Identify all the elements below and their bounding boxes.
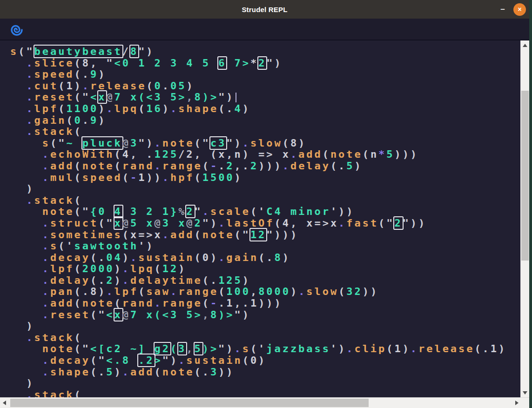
code-token[interactable]: .	[26, 57, 34, 69]
code-token[interactable]: (	[74, 194, 82, 206]
active-token[interactable]: 2	[186, 206, 194, 217]
code-token[interactable]: .	[82, 80, 90, 92]
code-token[interactable]	[10, 126, 26, 137]
scroll-down-button[interactable]	[521, 389, 529, 396]
code-token[interactable]: )	[10, 377, 34, 389]
code-token[interactable]: ))	[218, 366, 234, 378]
code-token[interactable]: -	[210, 297, 218, 309]
code-token[interactable]: ")	[226, 137, 242, 149]
scroll-left-button[interactable]	[0, 398, 8, 408]
code-token[interactable]: , .	[130, 148, 155, 160]
code-line[interactable]: .stack(	[10, 389, 520, 397]
code-token[interactable]: .	[82, 114, 90, 126]
code-token[interactable]: 8000	[258, 286, 290, 297]
code-token[interactable]: 8	[82, 57, 90, 69]
code-token[interactable]: .	[170, 286, 178, 297]
code-token[interactable]: <0 1 2 3 4 5	[114, 57, 219, 69]
code-token[interactable]: )	[186, 80, 194, 92]
code-token[interactable]: slice	[34, 57, 74, 69]
active-token[interactable]: x	[114, 217, 122, 229]
code-token[interactable]: .	[162, 172, 170, 183]
code-token[interactable]: (	[195, 229, 202, 241]
code-token[interactable]: )	[298, 137, 306, 149]
code-token[interactable]: )	[403, 343, 411, 354]
code-token[interactable]: ")	[218, 91, 234, 103]
code-token[interactable]: stack	[34, 126, 74, 137]
code-token[interactable]: (	[386, 343, 394, 354]
code-token[interactable]: note	[42, 343, 74, 354]
code-token[interactable]: ")	[235, 309, 250, 321]
code-token[interactable]: )	[498, 343, 506, 354]
horizontal-scrollbar[interactable]	[0, 397, 521, 408]
code-token[interactable]: -	[130, 172, 138, 183]
code-line[interactable]: .add(note(rand.range(-.1,.1)))	[10, 298, 520, 309]
code-token[interactable]: 4	[283, 217, 290, 229]
code-token[interactable]: .	[42, 217, 50, 229]
code-token[interactable]: 16	[146, 103, 162, 114]
code-token[interactable]: <.8	[106, 354, 138, 366]
code-token[interactable]: .	[298, 286, 306, 297]
code-token[interactable]: 1500	[202, 172, 235, 183]
code-token[interactable]: 1	[394, 343, 402, 354]
code-token[interactable]: note	[162, 366, 195, 378]
code-token[interactable]: 7>	[226, 57, 250, 69]
code-token[interactable]: .	[122, 263, 130, 274]
code-token[interactable]: (	[338, 286, 346, 297]
code-token[interactable]: .	[338, 217, 346, 229]
code-token[interactable]: lpf	[50, 263, 74, 274]
code-line[interactable]: .delay(.2).delaytime(.125)	[10, 275, 520, 287]
code-token[interactable]	[10, 217, 42, 229]
code-token[interactable]: (.	[74, 286, 90, 297]
code-token[interactable]: 32	[346, 286, 362, 297]
code-token[interactable]: note	[82, 160, 114, 172]
code-line[interactable]: .pan(.8).lpf(saw.range(100,8000).slow(32…	[10, 286, 520, 298]
code-token[interactable]: <	[90, 91, 98, 103]
code-token[interactable]: 1	[491, 343, 498, 354]
code-token[interactable]: add	[298, 148, 323, 160]
code-token[interactable]	[10, 194, 26, 206]
code-token[interactable]: (	[155, 366, 162, 378]
active-token[interactable]: 4	[114, 206, 122, 217]
code-token[interactable]: .	[155, 137, 162, 149]
code-line[interactable]: .speed(.9)	[10, 69, 520, 80]
code-token[interactable]: ,	[186, 91, 194, 103]
code-token[interactable]: 5 x	[130, 217, 155, 229]
code-token[interactable]: ")	[266, 57, 282, 69]
code-token[interactable]: shape	[178, 103, 218, 114]
code-token[interactable]: )	[114, 366, 122, 378]
code-token[interactable]: )))	[258, 160, 283, 172]
code-token[interactable]: 05	[170, 80, 186, 92]
code-token[interactable]: note	[202, 229, 235, 241]
code-line[interactable]: .decay("<.8 .2>").sustain(0)	[10, 355, 520, 367]
code-token[interactable]: stack	[34, 389, 74, 397]
code-token[interactable]	[10, 80, 26, 92]
code-token[interactable]: range	[178, 286, 218, 297]
code-token[interactable]: (	[58, 103, 66, 114]
code-token[interactable]: (	[74, 332, 82, 343]
code-token[interactable]: {0	[90, 206, 114, 217]
code-token[interactable]: jazzbass	[266, 343, 330, 354]
code-token[interactable]: speed	[34, 68, 74, 80]
code-token[interactable]: )	[178, 263, 186, 274]
code-line[interactable]: .stack(	[10, 195, 520, 207]
code-token[interactable]: slow	[250, 137, 283, 149]
code-token[interactable]: note	[162, 137, 195, 149]
active-token[interactable]: 2	[394, 217, 402, 229]
code-line[interactable]: )	[10, 321, 520, 332]
vertical-scrollbar-thumb[interactable]	[521, 91, 529, 261]
code-token[interactable]: note	[42, 206, 74, 217]
code-line[interactable]: .reset("<x@7 x(<3 5>,8)>")	[10, 92, 520, 103]
code-token[interactable]: pan	[50, 286, 74, 297]
code-token[interactable]	[10, 91, 26, 103]
code-token[interactable]: (	[74, 297, 82, 309]
code-token[interactable]: (	[138, 286, 146, 297]
code-token[interactable]: (	[114, 160, 122, 172]
code-token[interactable]: 8	[290, 137, 298, 149]
code-token[interactable]	[10, 137, 42, 149]
code-token[interactable]: ("	[98, 217, 114, 229]
code-token[interactable]	[10, 103, 26, 114]
code-token[interactable]: ,	[250, 286, 258, 297]
code-token[interactable]	[10, 286, 42, 297]
code-line[interactable]: .struct("x@5 x@3 x@2").lastOf(4, x=>x.fa…	[10, 218, 520, 229]
code-token[interactable]: ("	[74, 343, 90, 354]
